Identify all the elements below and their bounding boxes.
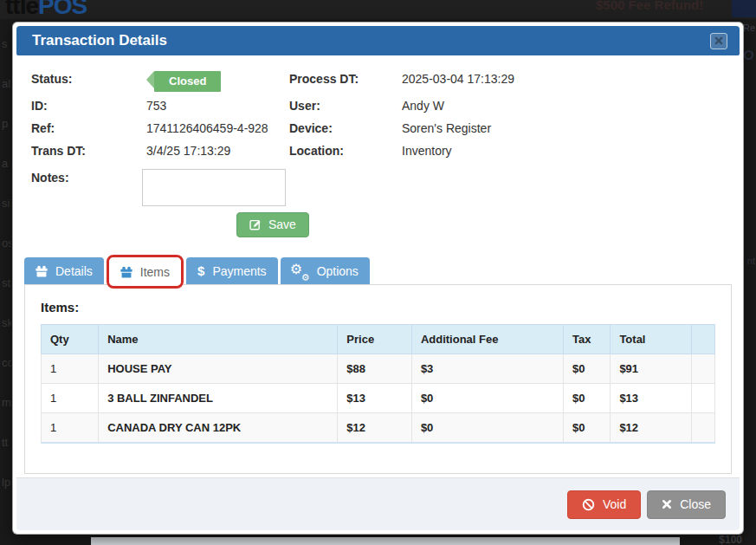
items-tab-panel: Items: Qty Name Price Additional Fee Tax… xyxy=(24,284,732,474)
notes-input[interactable] xyxy=(142,169,286,206)
notes-row: Notes: xyxy=(31,169,725,206)
tab-label: Items xyxy=(140,265,170,279)
cell-total: $12 xyxy=(611,413,691,444)
col-name: Name xyxy=(99,325,338,354)
col-tax: Tax xyxy=(563,325,610,354)
modal-close-button[interactable] xyxy=(710,33,727,49)
close-x-icon xyxy=(662,499,672,509)
items-tab-highlight: Items xyxy=(107,255,184,289)
table-row: 1 CANADA DRY CAN 12PK $12 $0 $0 $12 xyxy=(42,413,715,444)
col-total: Total xyxy=(611,325,691,354)
location-label: Location: xyxy=(289,143,402,159)
modal-title: Transaction Details xyxy=(32,32,167,49)
backdrop-circle-icon xyxy=(744,50,753,60)
logo-text-accent: POS xyxy=(38,0,87,19)
status-value: Closed xyxy=(146,71,289,92)
tab-payments[interactable]: $ Payments xyxy=(186,257,278,284)
process-dt-label: Process DT: xyxy=(289,71,402,88)
cell-additional-fee: $0 xyxy=(411,384,563,413)
save-button[interactable]: Save xyxy=(236,212,309,237)
gift-icon xyxy=(36,265,48,277)
gift-icon xyxy=(120,266,132,278)
save-button-label: Save xyxy=(268,217,296,231)
backdrop-bottom-amount: $100 xyxy=(719,534,742,545)
dollar-icon: $ xyxy=(197,263,204,278)
cell-empty xyxy=(691,354,714,384)
id-value: 753 xyxy=(146,98,289,114)
logo-text: ttle xyxy=(5,0,38,19)
backdrop-right-fragment: nt xyxy=(747,256,755,266)
close-button[interactable]: Close xyxy=(647,490,726,519)
backdrop-left-fragments: s al p a si os st sk co m tt lp xyxy=(0,24,11,545)
transaction-fields: Status: Closed Process DT: 2025-03-04 17… xyxy=(31,71,725,159)
backdrop-page-header: ttlePOS $500 Fee Refund! xyxy=(0,0,756,19)
cell-qty: 1 xyxy=(42,413,99,444)
cell-price: $12 xyxy=(338,413,412,444)
tab-items[interactable]: Items xyxy=(109,257,181,286)
cell-total: $13 xyxy=(611,384,691,413)
ban-icon xyxy=(582,498,595,511)
gear-glyph: ⚙ xyxy=(301,273,310,282)
ref-value: 1741126406459-4-928 xyxy=(146,120,289,137)
location-value: Inventory xyxy=(402,143,725,159)
device-value: Soren's Register xyxy=(402,120,725,137)
modal-body: Status: Closed Process DT: 2025-03-04 17… xyxy=(13,59,743,474)
process-dt-value: 2025-03-04 17:13:29 xyxy=(402,71,725,88)
modal-header: Transaction Details xyxy=(16,26,740,55)
backdrop-promo-text: $500 Fee Refund! xyxy=(596,0,703,12)
tab-bar: Details Items $ Payments xyxy=(24,255,732,284)
backdrop-logo: ttlePOS xyxy=(5,0,87,19)
close-button-label: Close xyxy=(680,497,711,511)
cell-additional-fee: $0 xyxy=(411,413,563,444)
status-label: Status: xyxy=(31,71,146,88)
tab-label: Payments xyxy=(212,264,266,278)
items-table-header: Qty Name Price Additional Fee Tax Total xyxy=(42,325,715,354)
table-row: 1 3 BALL ZINFANDEL $13 $0 $0 $13 xyxy=(42,384,715,413)
col-qty: Qty xyxy=(42,325,99,354)
backdrop-right-fragment: Re xyxy=(743,23,755,33)
status-badge: Closed xyxy=(154,71,221,92)
col-price: Price xyxy=(338,325,412,354)
cell-name: CANADA DRY CAN 12PK xyxy=(99,413,338,444)
cell-name: 3 BALL ZINFANDEL xyxy=(99,384,338,413)
transaction-details-modal: Transaction Details Status: Closed Proce… xyxy=(12,22,744,535)
tab-label: Details xyxy=(55,264,93,278)
cell-additional-fee: $3 xyxy=(411,354,563,384)
edit-icon xyxy=(249,218,262,230)
cell-tax: $0 xyxy=(563,384,610,413)
table-row: 1 HOUSE PAY $88 $3 $0 $91 xyxy=(42,354,715,384)
items-table: Qty Name Price Additional Fee Tax Total … xyxy=(41,324,715,444)
tab-label: Options xyxy=(317,264,359,278)
cell-qty: 1 xyxy=(42,384,99,413)
device-label: Device: xyxy=(289,120,402,137)
cell-total: $91 xyxy=(611,354,691,384)
void-button-label: Void xyxy=(603,497,626,511)
cell-empty xyxy=(691,384,714,413)
cell-name: HOUSE PAY xyxy=(99,354,338,384)
gears-icon: ⚙ ⚙ xyxy=(292,263,309,279)
notes-label: Notes: xyxy=(31,169,142,206)
user-label: User: xyxy=(289,98,402,114)
trans-dt-label: Trans DT: xyxy=(31,143,146,159)
void-button[interactable]: Void xyxy=(567,490,641,519)
tab-details[interactable]: Details xyxy=(24,257,104,284)
col-additional-fee: Additional Fee xyxy=(411,325,563,354)
tabs-area: Details Items $ Payments xyxy=(24,255,732,474)
cell-qty: 1 xyxy=(42,354,99,384)
id-label: ID: xyxy=(31,98,146,114)
col-empty xyxy=(691,325,714,354)
trans-dt-value: 3/4/25 17:13:29 xyxy=(146,143,289,159)
cell-empty xyxy=(691,413,714,444)
ref-label: Ref: xyxy=(31,120,146,137)
cell-tax: $0 xyxy=(563,413,610,444)
cell-price: $88 xyxy=(338,354,412,384)
tab-options[interactable]: ⚙ ⚙ Options xyxy=(281,257,370,284)
user-value: Andy W xyxy=(402,98,725,114)
cell-tax: $0 xyxy=(563,354,610,384)
modal-footer: Void Close xyxy=(16,477,740,530)
close-icon xyxy=(714,36,723,45)
items-heading: Items: xyxy=(41,300,715,315)
backdrop-corner-box xyxy=(732,0,756,17)
backdrop-bottom-strip xyxy=(91,537,680,545)
cell-price: $13 xyxy=(338,384,412,413)
